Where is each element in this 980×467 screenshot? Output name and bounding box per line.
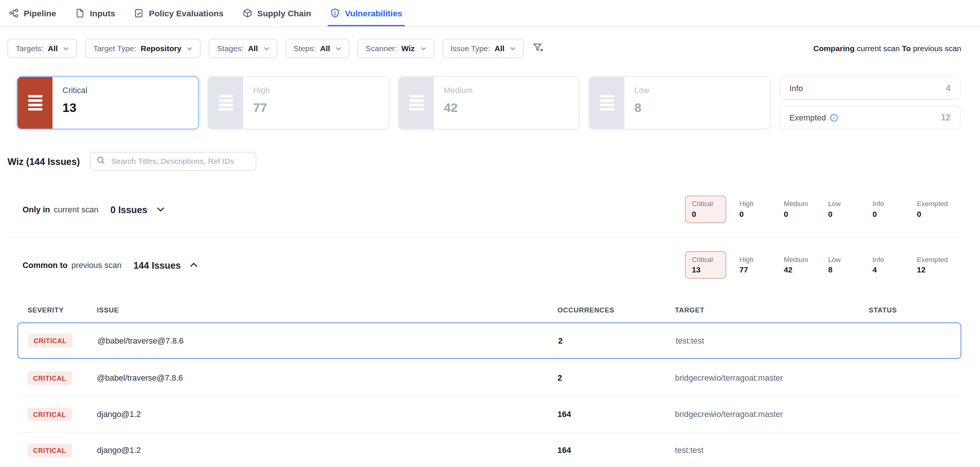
tab-inputs[interactable]: Inputs [75, 0, 115, 26]
tab-policy-evaluations[interactable]: Policy Evaluations [134, 0, 223, 26]
group-severity-pills: Critical 13 High 77 Medium 42 Low 8 Info [685, 251, 961, 279]
tab-pipeline-label: Pipeline [24, 8, 56, 18]
chevron-down-icon [336, 47, 341, 51]
table-row[interactable]: CRITICAL django@1.2 164 bridgecrewio/ter… [18, 396, 961, 432]
pill-label: Exempted [917, 256, 961, 263]
tab-pipeline[interactable]: Pipeline [9, 0, 56, 26]
severity-card-label: Critical [63, 86, 88, 95]
severity-card-label: Low [634, 86, 649, 95]
pill-label: Low [828, 256, 872, 263]
chevron-down-icon [64, 47, 69, 51]
group-prefix: Only in [22, 205, 50, 214]
filter-scanner[interactable]: Scanner: Wiz [358, 39, 434, 58]
issue-cell: django@1.2 [97, 445, 557, 455]
filter-stages[interactable]: Stages: All [209, 39, 277, 58]
pill-count: 13 [692, 266, 719, 275]
info-stat[interactable]: Info 4 [780, 76, 961, 100]
comparing-word: Comparing [813, 44, 854, 53]
pill-label: High [740, 200, 784, 208]
funnel-x-icon [533, 43, 544, 54]
chevron-down-icon [187, 47, 193, 51]
secondary-stats: Info 4 Exempted 12 [780, 76, 961, 129]
filter-target-type-label: Target Type: [94, 44, 137, 53]
group-scope: previous scan [72, 260, 122, 270]
filter-target-type-value: Repository [140, 44, 181, 53]
severity-card-medium[interactable]: Medium 42 [398, 76, 580, 129]
table-row[interactable]: CRITICAL @babel/traverse@7.8.6 2 test:te… [18, 322, 961, 359]
pill-count: 0 [917, 210, 961, 219]
info-stat-label: Info [789, 83, 803, 93]
pill-info: Info 4 [872, 256, 917, 275]
pill-medium: Medium 0 [784, 200, 828, 219]
table-row[interactable]: CRITICAL @babel/traverse@7.8.6 2 bridgec… [18, 360, 961, 396]
group-common-to-previous-scan: Common to previous scan 144 Issues Criti… [7, 237, 961, 292]
issue-search[interactable] [90, 152, 256, 171]
tab-inputs-label: Inputs [90, 8, 115, 18]
filter-targets[interactable]: Targets: All [7, 39, 77, 58]
target-cell: test:test [675, 445, 869, 455]
pill-exempted: Exempted 12 [917, 256, 961, 275]
supply-chain-icon [242, 8, 252, 18]
filter-scanner-label: Scanner: [366, 44, 397, 53]
filter-bar: Targets: All Target Type: Repository Sta… [7, 39, 961, 58]
pill-low: Low 8 [828, 256, 872, 275]
severity-bars-icon [208, 77, 243, 129]
pill-label: Critical [692, 256, 719, 263]
group-scope: current scan [54, 205, 99, 214]
group-issue-count: 0 Issues [110, 204, 148, 215]
pipeline-icon [9, 8, 19, 18]
comparing-scope: current scan [857, 44, 900, 53]
severity-card-critical[interactable]: Critical 13 [17, 76, 199, 129]
pill-count: 12 [917, 266, 961, 275]
col-header-status: STATUS [869, 306, 961, 314]
col-header-occurrences: OCCURRENCES [557, 306, 675, 314]
target-cell: bridgecrewio/terragoat:master [675, 409, 869, 418]
severity-card-count: 77 [253, 100, 270, 115]
chevron-up-icon[interactable] [190, 262, 197, 267]
pill-count: 8 [828, 266, 872, 275]
col-header-target: TARGET [675, 306, 869, 314]
chevron-down-icon[interactable] [157, 207, 164, 211]
exempted-stat[interactable]: Exempted 12 [780, 106, 961, 129]
search-input[interactable] [110, 156, 249, 167]
inputs-icon [75, 8, 85, 18]
chevron-down-icon [264, 47, 269, 51]
target-cell: bridgecrewio/terragoat:master [675, 373, 869, 383]
tab-supply-chain-label: Supply Chain [257, 8, 311, 18]
tab-supply-chain[interactable]: Supply Chain [242, 0, 311, 26]
severity-badge: CRITICAL [28, 334, 72, 347]
group-severity-pills: Critical 0 High 0 Medium 0 Low 0 Info [685, 196, 961, 223]
pill-count: 0 [740, 210, 784, 219]
severity-card-low[interactable]: Low 8 [589, 76, 771, 129]
pill-label: Exempted [917, 200, 961, 208]
clear-filters-button[interactable] [532, 41, 545, 56]
pill-label: Info [872, 200, 917, 208]
pill-count: 4 [872, 266, 917, 275]
severity-card-label: Medium [444, 86, 473, 95]
info-icon[interactable] [830, 113, 838, 122]
severity-card-count: 42 [444, 100, 473, 115]
col-header-issue: ISSUE [97, 306, 557, 314]
pill-label: Medium [784, 200, 828, 208]
chevron-down-icon [510, 47, 515, 51]
occurrences-cell: 2 [557, 373, 675, 383]
severity-bars-icon [399, 77, 434, 129]
exempted-stat-count: 12 [941, 113, 950, 123]
filter-stages-label: Stages: [217, 44, 243, 53]
pill-label: Info [872, 256, 917, 263]
group-prefix: Common to [22, 260, 68, 270]
pill-exempted: Exempted 0 [917, 200, 961, 219]
filter-target-type[interactable]: Target Type: Repository [85, 39, 201, 58]
tab-vulnerabilities[interactable]: Vulnerabilities [330, 0, 402, 26]
group-issue-count: 144 Issues [134, 260, 181, 270]
pill-count: 0 [828, 210, 872, 219]
severity-card-high[interactable]: High 77 [208, 76, 390, 129]
filter-steps[interactable]: Steps: All [285, 39, 350, 58]
severity-badge: CRITICAL [27, 371, 72, 385]
table-header-row: SEVERITY ISSUE OCCURRENCES TARGET STATUS [18, 296, 961, 322]
occurrences-cell: 2 [558, 336, 676, 345]
info-stat-count: 4 [946, 83, 951, 93]
filter-issue-type[interactable]: Issue Type: All [442, 39, 524, 58]
issue-cell: @babel/traverse@7.8.6 [97, 373, 557, 383]
table-row[interactable]: CRITICAL django@1.2 164 test:test [18, 432, 961, 467]
